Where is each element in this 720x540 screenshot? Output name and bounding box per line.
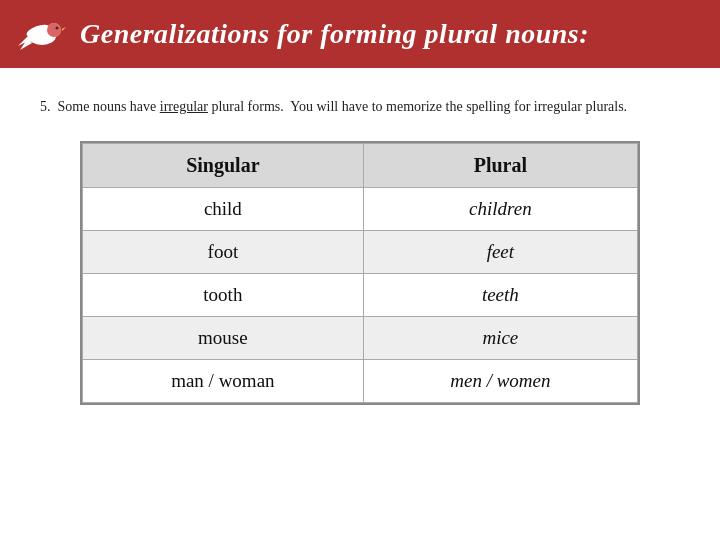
col-plural-header: Plural bbox=[363, 144, 637, 188]
plural-cell: teeth bbox=[363, 274, 637, 317]
main-content: 5. Some nouns have irregular plural form… bbox=[0, 68, 720, 425]
page-header: Generalizations for forming plural nouns… bbox=[0, 0, 720, 68]
description-text: 5. Some nouns have irregular plural form… bbox=[40, 96, 680, 117]
plural-cell: children bbox=[363, 188, 637, 231]
table-row: footfeet bbox=[83, 231, 638, 274]
plural-cell: feet bbox=[363, 231, 637, 274]
plural-cell: mice bbox=[363, 317, 637, 360]
table-row: childchildren bbox=[83, 188, 638, 231]
svg-point-6 bbox=[56, 27, 59, 30]
table-row: man / womanmen / women bbox=[83, 360, 638, 403]
plural-table: Singular Plural childchildrenfootfeettoo… bbox=[80, 141, 640, 405]
col-singular-header: Singular bbox=[83, 144, 364, 188]
singular-cell: mouse bbox=[83, 317, 364, 360]
bird-icon bbox=[16, 8, 68, 60]
svg-point-5 bbox=[47, 23, 61, 37]
singular-cell: man / woman bbox=[83, 360, 364, 403]
plural-cell: men / women bbox=[363, 360, 637, 403]
svg-marker-7 bbox=[62, 27, 66, 31]
singular-cell: foot bbox=[83, 231, 364, 274]
singular-cell: child bbox=[83, 188, 364, 231]
table-row: mousemice bbox=[83, 317, 638, 360]
table-row: toothteeth bbox=[83, 274, 638, 317]
singular-cell: tooth bbox=[83, 274, 364, 317]
page-title: Generalizations for forming plural nouns… bbox=[80, 18, 589, 50]
